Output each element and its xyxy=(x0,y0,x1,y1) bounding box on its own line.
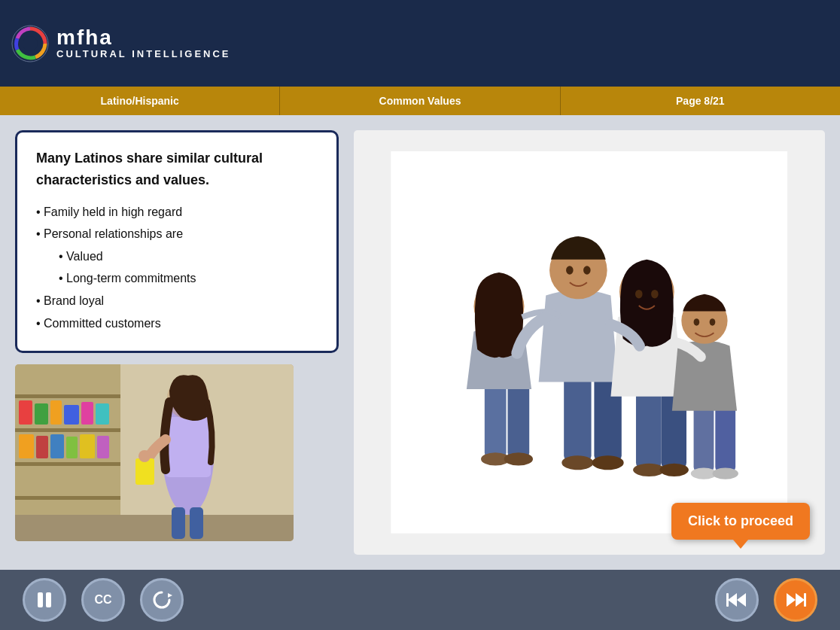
bullet-family: • Family held in high regard xyxy=(36,202,318,222)
svg-marker-61 xyxy=(737,593,746,607)
bullet-brand: • Brand loyal xyxy=(36,291,318,311)
logo-mfha-text: mfha xyxy=(56,27,231,48)
forward-icon xyxy=(785,589,806,610)
replay-button[interactable] xyxy=(140,578,184,622)
svg-marker-59 xyxy=(168,593,172,598)
svg-point-55 xyxy=(694,318,700,326)
pause-button[interactable] xyxy=(23,578,66,622)
navbar: Latino/Hispanic Common Values Page 8/21 xyxy=(0,87,840,115)
svg-rect-9 xyxy=(35,403,48,425)
replay-icon xyxy=(151,589,172,610)
svg-rect-57 xyxy=(38,592,43,607)
footer-left-controls: CC xyxy=(23,578,184,622)
cc-icon: CC xyxy=(94,593,111,607)
svg-rect-46 xyxy=(508,382,530,458)
bullet-valued: • Valued xyxy=(36,247,318,266)
right-panel: Click to proceed xyxy=(354,130,825,555)
bullet-list: • Family held in high regard • Personal … xyxy=(36,202,318,333)
svg-rect-8 xyxy=(19,400,32,425)
bullet-committed: • Committed customers xyxy=(36,314,318,333)
svg-rect-65 xyxy=(804,593,806,607)
logo-intelligence: INTELLIGENCE xyxy=(132,48,230,59)
nav-item-page: Page 8/21 xyxy=(561,87,840,115)
svg-rect-12 xyxy=(81,402,93,425)
svg-point-41 xyxy=(660,464,689,476)
svg-point-48 xyxy=(504,453,533,466)
svg-marker-64 xyxy=(787,593,796,607)
svg-rect-7 xyxy=(15,496,120,500)
header: mfha CULTURAL INTELLIGENCE xyxy=(0,0,840,87)
logo-text: mfha CULTURAL INTELLIGENCE xyxy=(56,27,231,59)
svg-rect-26 xyxy=(135,458,154,485)
svg-rect-62 xyxy=(726,593,729,607)
svg-rect-17 xyxy=(66,437,78,458)
left-panel: Many Latinos share similar cultural char… xyxy=(15,130,339,555)
svg-rect-19 xyxy=(97,436,109,458)
logo-area: mfha CULTURAL INTELLIGENCE xyxy=(11,25,231,62)
svg-marker-63 xyxy=(796,593,805,607)
svg-rect-58 xyxy=(46,592,51,607)
svg-rect-5 xyxy=(15,428,120,432)
svg-point-1 xyxy=(23,36,38,51)
svg-rect-28 xyxy=(172,507,185,539)
svg-rect-29 xyxy=(190,507,203,539)
logo-subtitle: CULTURAL INTELLIGENCE xyxy=(56,48,231,59)
family-scene-svg xyxy=(377,151,801,534)
svg-point-44 xyxy=(651,290,659,298)
svg-point-34 xyxy=(592,455,624,470)
closed-caption-button[interactable]: CC xyxy=(81,578,125,622)
footer-controls: CC xyxy=(0,570,840,630)
svg-rect-16 xyxy=(50,434,64,458)
svg-rect-38 xyxy=(636,389,662,468)
bullet-longterm: • Long-term commitments xyxy=(36,269,318,288)
svg-point-36 xyxy=(566,266,574,274)
svg-rect-45 xyxy=(485,382,507,458)
family-image xyxy=(354,130,825,555)
svg-rect-31 xyxy=(564,375,591,461)
svg-rect-18 xyxy=(80,434,95,458)
logo-cultural: CULTURAL xyxy=(56,48,132,59)
svg-rect-4 xyxy=(15,394,120,398)
intro-text: Many Latinos share similar cultural char… xyxy=(36,148,318,191)
svg-rect-11 xyxy=(64,405,79,425)
svg-rect-15 xyxy=(36,436,48,458)
svg-rect-10 xyxy=(50,400,62,425)
shopping-image xyxy=(15,364,294,541)
svg-rect-20 xyxy=(15,515,294,541)
pause-icon xyxy=(34,589,55,610)
forward-button[interactable] xyxy=(774,578,817,622)
rewind-button[interactable] xyxy=(715,578,759,622)
svg-rect-6 xyxy=(15,462,120,466)
nav-item-topic[interactable]: Common Values xyxy=(280,87,560,115)
mfha-logo-icon xyxy=(11,25,49,62)
svg-point-43 xyxy=(635,290,643,298)
content-text-box: Many Latinos share similar cultural char… xyxy=(15,130,339,353)
bullet-personal: • Personal relationships are xyxy=(36,224,318,244)
svg-point-27 xyxy=(138,450,151,462)
svg-rect-13 xyxy=(96,403,109,425)
rewind-icon xyxy=(726,589,747,610)
nav-item-category[interactable]: Latino/Hispanic xyxy=(0,87,280,115)
svg-rect-23 xyxy=(166,417,211,477)
footer-right-controls xyxy=(715,578,817,622)
svg-point-56 xyxy=(710,318,716,326)
shopping-scene-svg xyxy=(15,364,294,541)
main-content: Many Latinos share similar cultural char… xyxy=(0,115,840,570)
click-to-proceed-button[interactable]: Click to proceed xyxy=(671,503,810,540)
svg-rect-51 xyxy=(716,403,736,472)
svg-point-37 xyxy=(583,266,591,274)
svg-point-53 xyxy=(713,468,738,479)
svg-marker-60 xyxy=(728,593,737,607)
svg-point-33 xyxy=(562,455,594,470)
svg-rect-14 xyxy=(19,434,34,458)
svg-rect-50 xyxy=(694,403,714,472)
